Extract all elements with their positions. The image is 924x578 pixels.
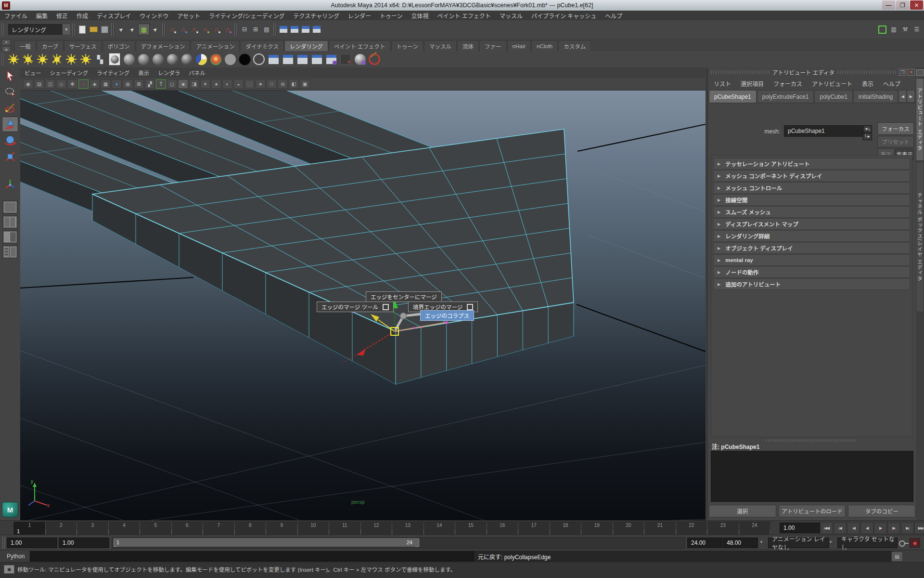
chevron-down-icon[interactable]: ▼: [829, 540, 833, 544]
layout-outliner-persp[interactable]: [2, 245, 18, 259]
option-box-icon[interactable]: [467, 304, 473, 310]
delete-unused-icon[interactable]: ✕: [339, 53, 352, 66]
side-tab-1[interactable]: チャネル ボックス/レイヤ エディタ: [916, 162, 924, 312]
menu-item-8[interactable]: テクスチャリング: [289, 12, 344, 20]
frame-cell-21[interactable]: 21: [644, 522, 676, 535]
character-set-field[interactable]: キャラクタ セットなし: [837, 538, 898, 548]
render-camera-icon[interactable]: ▚: [93, 53, 107, 66]
menu-item-13[interactable]: マッスル: [495, 12, 527, 20]
shelf-menu-icon[interactable]: ▼: [2, 39, 11, 45]
shelf-tab-3[interactable]: ポリゴン: [103, 40, 135, 51]
isolate-select-icon[interactable]: ➤: [256, 79, 266, 89]
black-surface-icon[interactable]: [238, 53, 251, 66]
animation-start-field[interactable]: 1.00: [7, 538, 57, 548]
spot-light-icon[interactable]: [21, 53, 35, 66]
ambient-light-icon[interactable]: [64, 53, 78, 66]
menu-item-2[interactable]: 修正: [52, 12, 72, 20]
ae-footer-button-2[interactable]: タブのコピー: [848, 505, 915, 517]
construction-history-icon[interactable]: ▤: [261, 24, 272, 35]
shelf-tab-1[interactable]: カーブ: [37, 40, 64, 51]
shelf-tab-6[interactable]: ダイナミクス: [240, 40, 283, 51]
channel-box-toggle-icon[interactable]: ☰: [911, 24, 922, 35]
close-button[interactable]: ✕: [910, 0, 923, 10]
frame-cell-24[interactable]: 24: [739, 522, 771, 535]
range-track[interactable]: 1 24: [112, 537, 685, 549]
render-settings-icon[interactable]: [311, 24, 322, 35]
status-grip[interactable]: [273, 23, 277, 36]
frame-cell-4[interactable]: 4: [109, 522, 141, 535]
snap-projected-center-icon[interactable]: ∩: [200, 24, 211, 35]
paint-target-icon[interactable]: [368, 53, 381, 66]
frame-cell-10[interactable]: 10: [298, 522, 330, 535]
ae-tab-pCubeShape1[interactable]: pCubeShape1: [709, 90, 757, 103]
section-header-8[interactable]: ▶mental ray: [713, 254, 910, 266]
grid-icon[interactable]: ◈: [90, 79, 100, 89]
play-backwards-button[interactable]: ◀: [860, 522, 873, 534]
time-ruler[interactable]: 1123456789101112131415161718192021222324: [13, 522, 771, 535]
mesh-name-field[interactable]: pCubeShape1: [784, 125, 864, 137]
status-grip[interactable]: [162, 23, 166, 36]
animation-layer-field[interactable]: アニメーション レイヤなし: [768, 538, 829, 548]
frame-cell-19[interactable]: 19: [581, 522, 613, 535]
ae-menu-3[interactable]: アトリビュート: [807, 79, 857, 88]
frame-cell-20[interactable]: 20: [613, 522, 645, 535]
save-scene-icon[interactable]: [99, 24, 110, 35]
step-back-frame-button[interactable]: |◀: [834, 522, 847, 534]
play-forwards-button[interactable]: ▶: [874, 522, 887, 534]
panel-dock-icon[interactable]: [916, 69, 924, 76]
frame-cell-14[interactable]: 14: [424, 522, 456, 535]
shelf-tab-0[interactable]: 一般: [14, 40, 36, 51]
shelf-tab-10[interactable]: マッスル: [424, 40, 457, 51]
command-language-label[interactable]: Python: [7, 553, 25, 560]
ring-shader-icon[interactable]: [252, 53, 266, 66]
menu-item-12[interactable]: ペイント エフェクト: [433, 12, 495, 20]
frame-cell-18[interactable]: 18: [550, 522, 582, 535]
step-forward-frame-button[interactable]: ▶|: [901, 522, 914, 534]
range-end-handle[interactable]: [415, 539, 419, 547]
layout-two-pane[interactable]: [2, 230, 18, 244]
chevron-down-icon[interactable]: ▼: [759, 540, 763, 544]
frame-cell-23[interactable]: 23: [707, 522, 739, 535]
maximize-button[interactable]: ❐: [896, 0, 909, 10]
panel-menu-2[interactable]: ライティング: [92, 69, 134, 77]
step-back-key-button[interactable]: |◀: [847, 522, 860, 534]
playback-end-field[interactable]: 24.00: [687, 538, 722, 548]
status-grip[interactable]: [111, 23, 115, 36]
frame-cell-5[interactable]: 5: [140, 522, 172, 535]
tool-settings-toggle-icon[interactable]: ⚒: [900, 24, 911, 35]
gate-mask-icon[interactable]: ◍: [123, 79, 133, 89]
frame-cell-8[interactable]: 8: [235, 522, 267, 535]
panel-menu-5[interactable]: パネル: [184, 69, 210, 77]
tab-scroll-left-icon[interactable]: ◀: [898, 90, 907, 103]
ae-tab-initialShading[interactable]: initialShading: [853, 90, 898, 103]
select-asset-icon[interactable]: ➤: [150, 24, 161, 35]
frame-cell-13[interactable]: 13: [392, 522, 424, 535]
go-to-end-button[interactable]: ▶▶|: [914, 522, 924, 534]
drag-handle[interactable]: [711, 70, 770, 74]
range-start-handle[interactable]: [114, 539, 117, 547]
section-header-4[interactable]: ▶スムーズ メッシュ: [713, 206, 910, 218]
gamma-icon[interactable]: ▣: [300, 79, 310, 89]
ae-footer-button-0[interactable]: 選択: [709, 505, 776, 517]
paint-select-tool[interactable]: [2, 101, 18, 115]
ae-menu-1[interactable]: 選択項目: [736, 79, 769, 88]
section-header-10[interactable]: ▶追加のアトリビュート: [713, 278, 910, 290]
go-to-start-button[interactable]: |◀◀: [820, 522, 833, 534]
range-grip[interactable]: [2, 537, 6, 549]
select-tool[interactable]: [2, 69, 18, 83]
section-header-0[interactable]: ▶テッセレーション アトリビュート: [713, 158, 910, 170]
camera-attributes-icon[interactable]: ▤: [34, 79, 44, 89]
shelf-tab-7[interactable]: レンダリング: [284, 40, 328, 51]
highlight-selection-icon[interactable]: [877, 24, 887, 35]
ae-menu-4[interactable]: 表示: [857, 79, 878, 88]
panel-menu-3[interactable]: 表示: [134, 69, 154, 77]
shelf-tab-15[interactable]: カスタム: [558, 40, 591, 51]
shaded-sphere-icon[interactable]: [353, 53, 367, 66]
frame-cell-3[interactable]: 3: [77, 522, 109, 535]
select-object-icon[interactable]: ➤: [127, 24, 138, 35]
tab-scroll-right-icon[interactable]: ▶: [907, 90, 915, 103]
render-current-frame-icon[interactable]: [289, 24, 300, 35]
volume-light-icon[interactable]: [79, 53, 92, 66]
image-plane-icon[interactable]: ◇: [56, 79, 66, 89]
shaded-icon[interactable]: ■: [178, 79, 188, 89]
